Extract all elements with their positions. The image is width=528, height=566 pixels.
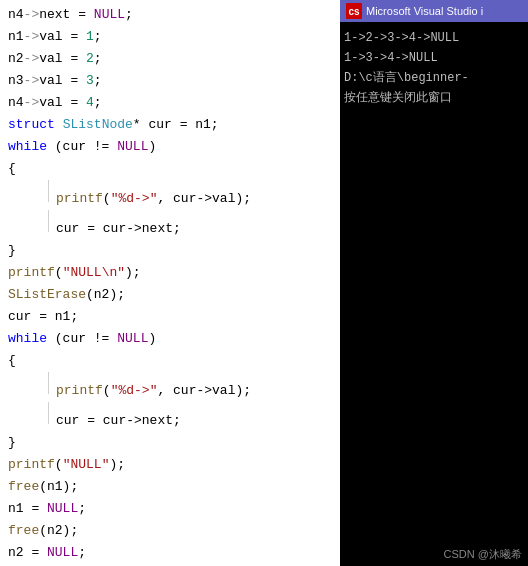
- code-token: val: [39, 70, 62, 92]
- code-token: {: [8, 158, 16, 180]
- code-token: (: [55, 262, 63, 284]
- code-token: struct: [8, 114, 55, 136]
- code-token: }: [8, 432, 16, 454]
- code-token: n4: [8, 92, 24, 114]
- terminal-icon: cs: [346, 3, 362, 19]
- code-token: (cur !=: [47, 136, 117, 158]
- code-line: struct SListNode* cur = n1;: [0, 114, 340, 136]
- code-line: n3->val = 3;: [0, 70, 340, 92]
- code-token: * cur = n1;: [133, 114, 219, 136]
- code-token: 3: [86, 70, 94, 92]
- code-token: n1: [8, 26, 24, 48]
- code-token: (: [103, 188, 111, 210]
- terminal-output-line: 按任意键关闭此窗口: [344, 88, 524, 108]
- code-token: n4: [8, 4, 24, 26]
- code-token: ->: [24, 4, 40, 26]
- code-line: n2->val = 2;: [0, 48, 340, 70]
- code-line: cur = cur->next;: [0, 402, 340, 432]
- code-token: ): [148, 328, 156, 350]
- code-line: while (cur != NULL): [0, 136, 340, 158]
- code-token: NULL: [117, 136, 148, 158]
- code-token: printf: [8, 454, 55, 476]
- code-token: SListErase: [8, 284, 86, 306]
- code-line: printf("%d->", cur->val);: [0, 372, 340, 402]
- code-token: [55, 114, 63, 136]
- terminal-footer: CSDN @沐曦希: [340, 543, 528, 566]
- code-line: while (cur != NULL): [0, 328, 340, 350]
- terminal-output-line: 1->3->4->NULL: [344, 48, 524, 68]
- code-token: free: [8, 520, 39, 542]
- code-token: n3: [8, 70, 24, 92]
- code-token: , cur->val);: [157, 188, 251, 210]
- code-line: n1->val = 1;: [0, 26, 340, 48]
- code-token: NULL: [47, 498, 78, 520]
- code-line: n2 = NULL;: [0, 542, 340, 564]
- indent-guide: [48, 210, 50, 232]
- code-token: 1: [86, 26, 94, 48]
- code-token: ->: [24, 48, 40, 70]
- code-panel: n4->next = NULL;n1->val = 1;n2->val = 2;…: [0, 0, 340, 566]
- code-token: }: [8, 240, 16, 262]
- code-token: (n2);: [86, 284, 125, 306]
- code-token: "NULL\n": [63, 262, 125, 284]
- code-line: n4->val = 4;: [0, 92, 340, 114]
- code-token: =: [63, 48, 86, 70]
- code-token: ;: [94, 70, 102, 92]
- code-token: =: [63, 70, 86, 92]
- code-token: "NULL": [63, 454, 110, 476]
- code-token: ;: [94, 92, 102, 114]
- code-token: NULL: [94, 4, 125, 26]
- code-token: val: [39, 26, 62, 48]
- code-token: cur = cur->next;: [56, 218, 181, 240]
- code-line: }: [0, 240, 340, 262]
- code-token: , cur->val);: [157, 380, 251, 402]
- terminal-titlebar: cs Microsoft Visual Studio i: [340, 0, 528, 22]
- code-line: printf("NULL");: [0, 454, 340, 476]
- code-token: printf: [56, 380, 103, 402]
- code-token: (: [55, 454, 63, 476]
- code-line: printf("%d->", cur->val);: [0, 180, 340, 210]
- code-token: =: [70, 4, 93, 26]
- code-token: SListNode: [63, 114, 133, 136]
- code-token: ->: [24, 26, 40, 48]
- code-line: }: [0, 432, 340, 454]
- code-token: cur = cur->next;: [56, 410, 181, 432]
- code-token: "%d->": [111, 380, 158, 402]
- indent-guide: [48, 372, 50, 394]
- code-token: free: [8, 476, 39, 498]
- code-token: ): [148, 136, 156, 158]
- code-token: n1 =: [8, 498, 47, 520]
- code-token: );: [109, 454, 125, 476]
- code-line: SListErase(n2);: [0, 284, 340, 306]
- terminal-title: Microsoft Visual Studio i: [366, 5, 483, 17]
- code-token: {: [8, 350, 16, 372]
- code-token: ->: [24, 92, 40, 114]
- code-token: NULL: [47, 542, 78, 564]
- code-token: 4: [86, 92, 94, 114]
- code-line: {: [0, 350, 340, 372]
- code-token: (n1);: [39, 476, 78, 498]
- code-token: ;: [94, 26, 102, 48]
- code-token: (n2);: [39, 520, 78, 542]
- terminal-body: 1->2->3->4->NULL1->3->4->NULLD:\c语言\begi…: [340, 22, 528, 543]
- code-line: free(n2);: [0, 520, 340, 542]
- code-token: ;: [125, 4, 133, 26]
- code-token: printf: [8, 262, 55, 284]
- code-line: {: [0, 158, 340, 180]
- code-token: ->: [24, 70, 40, 92]
- code-line: n4->next = NULL;: [0, 4, 340, 26]
- code-token: while: [8, 328, 47, 350]
- indent-guide: [48, 402, 50, 424]
- code-token: n2: [8, 48, 24, 70]
- code-token: =: [63, 92, 86, 114]
- code-content: n4->next = NULL;n1->val = 1;n2->val = 2;…: [0, 0, 340, 566]
- terminal-output-line: 1->2->3->4->NULL: [344, 28, 524, 48]
- code-token: ;: [78, 498, 86, 520]
- code-token: NULL: [117, 328, 148, 350]
- terminal-output-line: D:\c语言\beginner-: [344, 68, 524, 88]
- code-line: cur = cur->next;: [0, 210, 340, 240]
- code-token: );: [125, 262, 141, 284]
- code-token: while: [8, 136, 47, 158]
- code-token: val: [39, 48, 62, 70]
- indent-guide: [48, 180, 50, 202]
